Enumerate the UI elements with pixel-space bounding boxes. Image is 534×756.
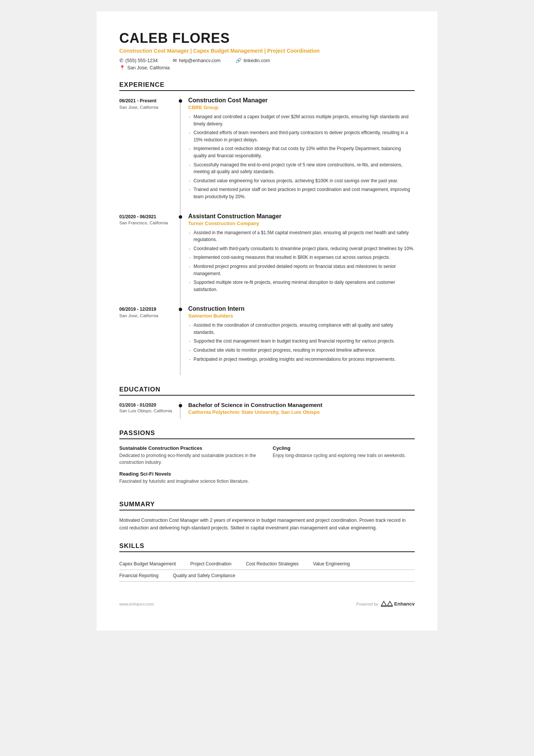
- exp-company: Turner Construction Company: [188, 221, 415, 226]
- email-contact: ✉ help@enhancv.com: [173, 58, 220, 63]
- enhancv-icon: ⧋⧋: [381, 600, 393, 608]
- experience-section-title: EXPERIENCE: [119, 81, 415, 91]
- phone-icon: ✆: [119, 58, 123, 63]
- location-icon: 📍: [119, 65, 125, 70]
- passion-item: Sustainable Construction PracticesDedica…: [119, 445, 261, 466]
- exp-date: 01/2020 - 06/2021: [119, 214, 180, 220]
- location-value: San Jose, California: [127, 65, 170, 70]
- experience-entry: 01/2020 - 06/2021San Francisco, Californ…: [119, 213, 415, 306]
- list-item: Successfully managed the end-to-end proj…: [188, 161, 415, 175]
- skills-section-title: SKILLS: [119, 542, 415, 552]
- experience-entry: 06/2021 - PresentSan Jose, CaliforniaCon…: [119, 97, 415, 213]
- list-item: Conducted site visits to monitor project…: [188, 347, 415, 354]
- passions-container: Sustainable Construction PracticesDedica…: [119, 445, 415, 490]
- exp-right: Construction InternSwinerton BuildersAss…: [180, 305, 415, 375]
- skill-tag: Quality and Safety Compliance: [173, 570, 242, 581]
- list-item: Supported the cost management team in bu…: [188, 338, 415, 345]
- skill-row: Capex Budget ManagementProject Coordinat…: [119, 558, 415, 570]
- skill-row: Financial ReportingQuality and Safety Co…: [119, 570, 415, 582]
- list-item: Assisted in the coordination of construc…: [188, 322, 415, 336]
- passion-title: Sustainable Construction Practices: [119, 445, 261, 451]
- passion-desc: Enjoy long-distance cycling and explorin…: [273, 452, 415, 459]
- passion-item: CyclingEnjoy long-distance cycling and e…: [273, 445, 415, 466]
- passion-desc: Dedicated to promoting eco-friendly and …: [119, 452, 261, 466]
- powered-by-label: Powered by: [356, 602, 378, 606]
- enhancv-logo: ⧋⧋ Enhancv: [381, 600, 415, 608]
- exp-bullets: Assisted in the management of a $1.5M ca…: [188, 229, 415, 293]
- footer-website: www.enhancv.com: [119, 602, 154, 606]
- passion-desc: Fascinated by futuristic and imaginative…: [119, 478, 261, 485]
- skills-container: Capex Budget ManagementProject Coordinat…: [119, 558, 415, 582]
- education-container: 01/2016 - 01/2020San Luis Obispo, Califo…: [119, 402, 415, 419]
- edu-school: California Polytechnic State University,…: [188, 409, 415, 415]
- header: CALEB FLORES Construction Cost Manager |…: [119, 30, 415, 70]
- edu-right: Bachelor of Science in Construction Mana…: [180, 402, 415, 419]
- list-item: Implemented a cost reduction strategy th…: [188, 145, 415, 159]
- website-contact: 🔗 linkedin.com: [236, 58, 270, 63]
- candidate-name: CALEB FLORES: [119, 30, 415, 46]
- exp-role: Construction Cost Manager: [188, 97, 415, 104]
- passion-title: Reading Sci-Fi Novels: [119, 471, 261, 477]
- experience-entry: 06/2019 - 12/2019San Jose, CaliforniaCon…: [119, 305, 415, 375]
- summary-text: Motivated Construction Cost Manager with…: [119, 517, 415, 532]
- passion-title: Cycling: [273, 445, 415, 451]
- summary-section-title: SUMMARY: [119, 501, 415, 510]
- list-item: Conducted value engineering for various …: [188, 177, 415, 185]
- exp-location: San Jose, California: [119, 313, 180, 318]
- email-value: help@enhancv.com: [179, 58, 220, 63]
- exp-company: Swinerton Builders: [188, 313, 415, 319]
- passion-item: Reading Sci-Fi NovelsFascinated by futur…: [119, 471, 261, 485]
- exp-bullets: Managed and controlled a capex budget of…: [188, 113, 415, 200]
- skill-tag: Financial Reporting: [119, 570, 165, 581]
- candidate-title: Construction Cost Manager | Capex Budget…: [119, 48, 415, 54]
- exp-right: Construction Cost ManagerCBRE GroupManag…: [180, 97, 415, 213]
- exp-left: 01/2020 - 06/2021San Francisco, Californ…: [119, 213, 180, 306]
- list-item: Monitored project progress and provided …: [188, 263, 415, 277]
- exp-left: 06/2019 - 12/2019San Jose, California: [119, 305, 180, 375]
- exp-location: San Jose, California: [119, 105, 180, 110]
- list-item: Implemented cost-saving measures that re…: [188, 254, 415, 261]
- location-info: 📍 San Jose, California: [119, 65, 415, 70]
- education-entry: 01/2016 - 01/2020San Luis Obispo, Califo…: [119, 402, 415, 419]
- skill-tag: Cost Reduction Strategies: [246, 558, 305, 570]
- email-icon: ✉: [173, 58, 177, 63]
- edu-date: 01/2016 - 01/2020: [119, 402, 180, 408]
- edu-left: 01/2016 - 01/2020San Luis Obispo, Califo…: [119, 402, 180, 419]
- exp-left: 06/2021 - PresentSan Jose, California: [119, 97, 180, 213]
- exp-location: San Francisco, California: [119, 221, 180, 225]
- phone-value: (555) 555-1234: [125, 58, 158, 63]
- edu-degree: Bachelor of Science in Construction Mana…: [188, 402, 415, 408]
- skill-tag: Capex Budget Management: [119, 558, 183, 570]
- footer: www.enhancv.com Powered by ⧋⧋ Enhancv: [119, 597, 415, 608]
- website-value: linkedin.com: [244, 58, 270, 63]
- exp-date: 06/2021 - Present: [119, 98, 180, 104]
- list-item: Participated in project meetings, provid…: [188, 356, 415, 363]
- education-section-title: EDUCATION: [119, 386, 415, 396]
- list-item: Assisted in the management of a $1.5M ca…: [188, 229, 415, 243]
- list-item: Coordinated efforts of team members and …: [188, 129, 415, 143]
- link-icon: 🔗: [236, 58, 242, 63]
- passions-section-title: PASSIONS: [119, 429, 415, 439]
- list-item: Managed and controlled a capex budget of…: [188, 113, 415, 127]
- list-item: Coordinated with third-party consultants…: [188, 245, 415, 252]
- footer-brand: Powered by ⧋⧋ Enhancv: [356, 600, 415, 608]
- exp-role: Construction Intern: [188, 305, 415, 312]
- exp-role: Assistant Construction Manager: [188, 213, 415, 220]
- exp-company: CBRE Group: [188, 105, 415, 110]
- list-item: Supported multiple store re-fit projects…: [188, 279, 415, 293]
- contact-info: ✆ (555) 555-1234 ✉ help@enhancv.com 🔗 li…: [119, 58, 415, 63]
- exp-date: 06/2019 - 12/2019: [119, 306, 180, 313]
- resume-page: CALEB FLORES Construction Cost Manager |…: [97, 11, 437, 631]
- edu-location: San Luis Obispo, California: [119, 409, 180, 413]
- exp-right: Assistant Construction ManagerTurner Con…: [180, 213, 415, 306]
- skill-tag: Value Engineering: [313, 558, 357, 570]
- brand-name: Enhancv: [394, 601, 415, 607]
- experience-container: 06/2021 - PresentSan Jose, CaliforniaCon…: [119, 97, 415, 375]
- skill-tag: Project Coordination: [190, 558, 238, 570]
- phone-contact: ✆ (555) 555-1234: [119, 58, 158, 63]
- exp-bullets: Assisted in the coordination of construc…: [188, 322, 415, 363]
- list-item: Trained and mentored junior staff on bes…: [188, 186, 415, 200]
